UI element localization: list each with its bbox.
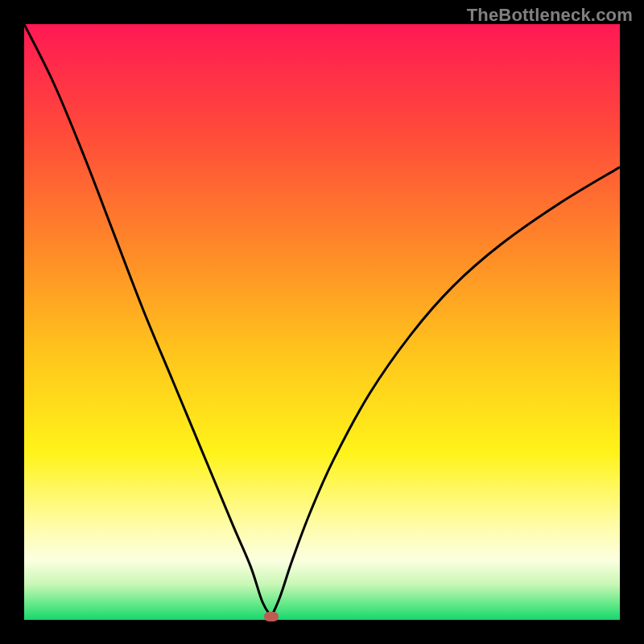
watermark-text: TheBottleneck.com (467, 5, 633, 26)
gradient-background (24, 24, 620, 620)
plot-svg (24, 24, 620, 620)
plot-area (24, 24, 620, 620)
minimum-marker (264, 612, 279, 621)
chart-frame: TheBottleneck.com (0, 0, 644, 644)
